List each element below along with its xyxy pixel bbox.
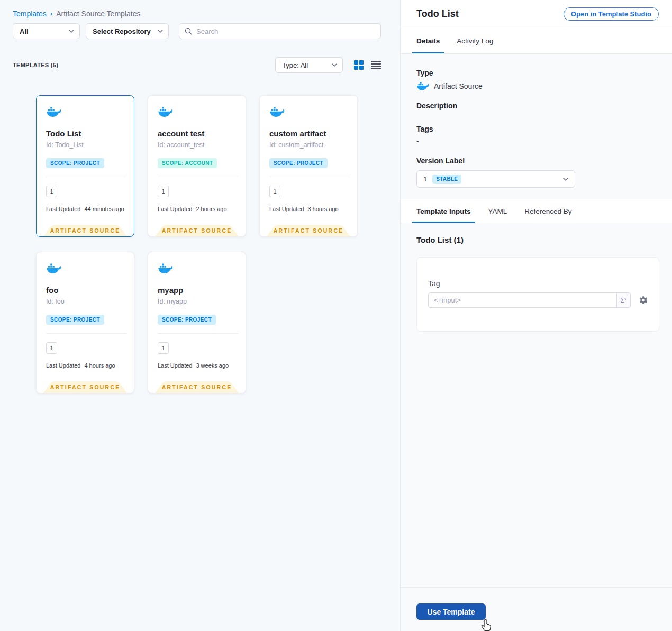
breadcrumb-current: Artifact Source Templates [56, 10, 140, 18]
expression-input-icon[interactable]: Σx [616, 293, 630, 307]
settings-gear-icon[interactable] [639, 295, 648, 305]
card-divider [46, 177, 126, 177]
tab-details[interactable]: Details [416, 28, 440, 53]
last-updated-label: Last Updated [158, 362, 192, 369]
tag-input[interactable] [429, 293, 616, 307]
tab-template-inputs[interactable]: Template Inputs [416, 199, 471, 223]
version-count-box: 1 [46, 186, 57, 197]
panel-footer: Use Template [401, 587, 672, 631]
scope-filter-select[interactable]: All [13, 23, 80, 39]
version-select[interactable]: 1 STABLE [416, 170, 575, 188]
use-template-button[interactable]: Use Template [416, 603, 486, 620]
scope-badge: SCOPE: PROJECT [46, 315, 104, 325]
artifact-source-ribbon: ARTIFACT SOURCE [43, 381, 127, 393]
template-card[interactable]: custom artifact Id: custom_artifact SCOP… [259, 95, 358, 237]
type-value: Artifact Source [434, 82, 483, 90]
last-updated-value: 44 minutes ago [84, 206, 124, 212]
docker-icon [46, 106, 61, 118]
scope-badge: SCOPE: PROJECT [158, 315, 216, 325]
chevron-down-icon [332, 63, 337, 67]
chevron-down-icon [69, 30, 74, 33]
breadcrumb-templates-link[interactable]: Templates [13, 10, 47, 18]
grid-view-icon[interactable] [354, 60, 364, 70]
last-updated-value: 3 weeks ago [196, 362, 229, 369]
template-name: foo [46, 286, 126, 295]
artifact-source-ribbon: ARTIFACT SOURCE [43, 225, 127, 236]
templates-list-header: TEMPLATES (5) Type: All [13, 57, 381, 73]
template-name: Todo List [46, 129, 126, 138]
docker-icon [269, 106, 285, 118]
version-count-box: 1 [46, 342, 57, 354]
last-updated-label: Last Updated [269, 206, 304, 212]
inputs-card: Tag Σx [416, 257, 659, 332]
version-count-box: 1 [158, 342, 169, 354]
template-name: account test [158, 129, 238, 138]
tags-value: - [416, 137, 656, 145]
template-id: Id: Todo_List [46, 141, 126, 149]
card-divider [158, 177, 238, 177]
template-details-panel: Todo List Open in Template Studio Detail… [400, 0, 672, 631]
tag-label: Tag [428, 279, 648, 288]
list-view-icon[interactable] [371, 61, 381, 69]
repository-filter-value: Select Repository [93, 28, 158, 35]
last-updated-label: Last Updated [46, 206, 80, 212]
search-input[interactable] [196, 28, 375, 35]
template-name: custom artifact [269, 129, 350, 138]
card-divider [158, 333, 238, 334]
scope-filter-value: All [20, 28, 69, 35]
template-card[interactable]: foo Id: foo SCOPE: PROJECT 1 Last Update… [36, 252, 134, 394]
template-id: Id: myapp [158, 298, 238, 305]
scope-badge: SCOPE: PROJECT [269, 158, 328, 168]
breadcrumb-separator-icon: › [50, 10, 52, 17]
template-card[interactable]: account test Id: account_test SCOPE: ACC… [148, 95, 246, 237]
type-filter-value: Type: All [282, 61, 332, 69]
tab-yaml[interactable]: YAML [488, 199, 507, 223]
version-count-box: 1 [158, 186, 169, 197]
details-section: Type Artifact Source Description Tags - … [401, 54, 672, 199]
chevron-down-icon [563, 178, 568, 181]
search-input-wrap [179, 23, 381, 39]
scope-badge: SCOPE: ACCOUNT [158, 158, 217, 168]
inputs-heading: Todo List (1) [416, 235, 659, 244]
breadcrumb: Templates › Artifact Source Templates [0, 0, 400, 18]
scope-badge: SCOPE: PROJECT [46, 158, 104, 168]
docker-icon [158, 106, 173, 118]
template-card[interactable]: Todo List Id: Todo_List SCOPE: PROJECT 1… [36, 95, 134, 237]
card-divider [269, 177, 350, 177]
templates-page: Templates › Artifact Source Templates Al… [0, 0, 400, 631]
last-updated-value: 4 hours ago [84, 362, 115, 369]
template-inputs-section: Todo List (1) Tag Σx [401, 223, 672, 332]
docker-icon [416, 81, 429, 91]
repository-filter-select[interactable]: Select Repository [86, 23, 169, 39]
templates-count-label: TEMPLATES (5) [13, 62, 275, 68]
type-filter-select[interactable]: Type: All [275, 57, 343, 73]
open-in-template-studio-button[interactable]: Open in Template Studio [564, 7, 659, 21]
card-divider [46, 333, 126, 334]
stable-badge: STABLE [432, 175, 461, 184]
last-updated-label: Last Updated [46, 362, 80, 369]
artifact-source-ribbon: ARTIFACT SOURCE [155, 381, 239, 393]
template-card[interactable]: myapp Id: myapp SCOPE: PROJECT 1 Last Up… [148, 252, 246, 394]
version-count-box: 1 [269, 186, 280, 197]
artifact-source-ribbon: ARTIFACT SOURCE [155, 225, 239, 236]
tags-label: Tags [416, 125, 656, 133]
panel-tabs: Details Activity Log [401, 28, 672, 54]
panel-sub-tabs: Template Inputs YAML Referenced By [401, 199, 672, 223]
last-updated-label: Last Updated [158, 206, 192, 212]
docker-icon [46, 263, 61, 275]
filter-bar: All Select Repository [13, 23, 400, 39]
template-id: Id: account_test [158, 141, 238, 149]
chevron-down-icon [158, 30, 163, 33]
version-label: Version Label [416, 157, 656, 165]
panel-title: Todo List [416, 8, 564, 20]
template-cards-grid: Todo List Id: Todo_List SCOPE: PROJECT 1… [36, 95, 400, 394]
last-updated-value: 3 hours ago [307, 206, 338, 212]
artifact-source-ribbon: ARTIFACT SOURCE [267, 225, 350, 236]
panel-header: Todo List Open in Template Studio [401, 0, 672, 28]
tab-activity-log[interactable]: Activity Log [457, 28, 493, 53]
tab-referenced-by[interactable]: Referenced By [524, 199, 571, 223]
mouse-cursor-pointer [481, 619, 492, 631]
type-label: Type [416, 69, 656, 77]
docker-icon [158, 263, 173, 275]
template-name: myapp [158, 286, 238, 295]
